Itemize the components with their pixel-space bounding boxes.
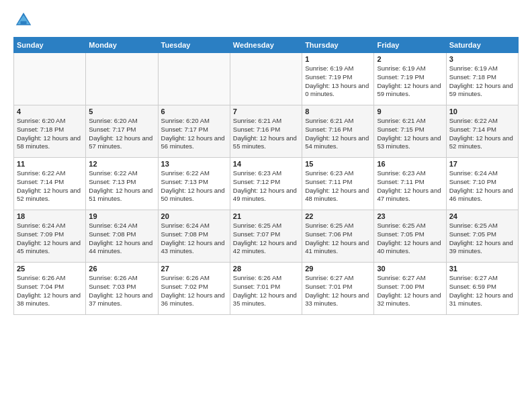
day-number: 18 <box>17 212 83 220</box>
day-cell-26: 26Sunrise: 6:26 AMSunset: 7:03 PMDayligh… <box>86 263 158 315</box>
day-number: 14 <box>233 160 299 168</box>
day-cell-17: 17Sunrise: 6:24 AMSunset: 7:10 PMDayligh… <box>446 158 518 210</box>
day-number: 22 <box>305 212 371 220</box>
day-info: Sunrise: 6:20 AMSunset: 7:17 PMDaylight:… <box>89 117 154 151</box>
day-of-week-wednesday: Wednesday <box>230 38 302 53</box>
day-cell-14: 14Sunrise: 6:23 AMSunset: 7:12 PMDayligh… <box>230 158 302 210</box>
day-cell-9: 9Sunrise: 6:21 AMSunset: 7:15 PMDaylight… <box>374 105 446 158</box>
day-cell-11: 11Sunrise: 6:22 AMSunset: 7:14 PMDayligh… <box>14 158 86 210</box>
empty-cell <box>14 53 86 105</box>
day-cell-3: 3Sunrise: 6:19 AMSunset: 7:18 PMDaylight… <box>446 53 518 105</box>
day-info: Sunrise: 6:24 AMSunset: 7:08 PMDaylight:… <box>89 222 154 256</box>
header <box>13 10 519 30</box>
day-cell-27: 27Sunrise: 6:26 AMSunset: 7:02 PMDayligh… <box>158 263 230 315</box>
day-number: 13 <box>161 160 227 168</box>
day-info: Sunrise: 6:25 AMSunset: 7:06 PMDaylight:… <box>305 222 371 256</box>
day-info: Sunrise: 6:23 AMSunset: 7:12 PMDaylight:… <box>233 169 299 203</box>
day-info: Sunrise: 6:20 AMSunset: 7:17 PMDaylight:… <box>161 117 227 151</box>
day-cell-5: 5Sunrise: 6:20 AMSunset: 7:17 PMDaylight… <box>86 105 158 158</box>
day-cell-31: 31Sunrise: 6:27 AMSunset: 6:59 PMDayligh… <box>446 263 518 315</box>
day-cell-16: 16Sunrise: 6:23 AMSunset: 7:11 PMDayligh… <box>374 158 446 210</box>
day-info: Sunrise: 6:23 AMSunset: 7:11 PMDaylight:… <box>377 169 443 203</box>
day-number: 29 <box>305 265 371 273</box>
day-info: Sunrise: 6:25 AMSunset: 7:05 PMDaylight:… <box>449 222 515 256</box>
day-cell-24: 24Sunrise: 6:25 AMSunset: 7:05 PMDayligh… <box>446 210 518 263</box>
day-number: 4 <box>17 107 83 116</box>
day-cell-29: 29Sunrise: 6:27 AMSunset: 7:01 PMDayligh… <box>302 263 374 315</box>
day-number: 2 <box>377 55 443 63</box>
empty-cell <box>158 53 230 105</box>
day-cell-6: 6Sunrise: 6:20 AMSunset: 7:17 PMDaylight… <box>158 105 230 158</box>
day-cell-7: 7Sunrise: 6:21 AMSunset: 7:16 PMDaylight… <box>230 105 302 158</box>
day-info: Sunrise: 6:22 AMSunset: 7:14 PMDaylight:… <box>449 117 515 151</box>
day-number: 6 <box>161 107 227 116</box>
empty-cell <box>230 53 302 105</box>
day-cell-28: 28Sunrise: 6:26 AMSunset: 7:01 PMDayligh… <box>230 263 302 315</box>
day-info: Sunrise: 6:24 AMSunset: 7:08 PMDaylight:… <box>161 222 227 256</box>
day-info: Sunrise: 6:24 AMSunset: 7:10 PMDaylight:… <box>449 169 515 203</box>
day-number: 12 <box>89 160 154 168</box>
day-cell-18: 18Sunrise: 6:24 AMSunset: 7:09 PMDayligh… <box>14 210 86 263</box>
day-number: 23 <box>377 212 443 220</box>
day-number: 30 <box>377 265 443 273</box>
calendar: SundayMondayTuesdayWednesdayThursdayFrid… <box>13 37 519 315</box>
day-info: Sunrise: 6:19 AMSunset: 7:19 PMDaylight:… <box>305 64 371 99</box>
day-of-week-tuesday: Tuesday <box>158 38 230 53</box>
day-cell-30: 30Sunrise: 6:27 AMSunset: 7:00 PMDayligh… <box>374 263 446 315</box>
day-of-week-saturday: Saturday <box>446 38 518 53</box>
day-info: Sunrise: 6:21 AMSunset: 7:16 PMDaylight:… <box>305 117 371 151</box>
day-cell-13: 13Sunrise: 6:22 AMSunset: 7:13 PMDayligh… <box>158 158 230 210</box>
day-number: 9 <box>377 107 443 116</box>
day-info: Sunrise: 6:22 AMSunset: 7:13 PMDaylight:… <box>89 169 154 203</box>
svg-rect-2 <box>21 21 27 25</box>
week-row-4: 18Sunrise: 6:24 AMSunset: 7:09 PMDayligh… <box>14 210 519 263</box>
day-cell-1: 1Sunrise: 6:19 AMSunset: 7:19 PMDaylight… <box>302 53 374 105</box>
day-number: 3 <box>449 55 515 63</box>
day-number: 31 <box>449 265 515 273</box>
day-info: Sunrise: 6:19 AMSunset: 7:18 PMDaylight:… <box>449 64 515 99</box>
day-number: 1 <box>305 55 371 63</box>
day-number: 21 <box>233 212 299 220</box>
day-info: Sunrise: 6:21 AMSunset: 7:15 PMDaylight:… <box>377 117 443 151</box>
day-number: 24 <box>449 212 515 220</box>
day-info: Sunrise: 6:25 AMSunset: 7:07 PMDaylight:… <box>233 222 299 256</box>
day-number: 19 <box>89 212 154 220</box>
week-row-5: 25Sunrise: 6:26 AMSunset: 7:04 PMDayligh… <box>14 263 519 315</box>
day-number: 27 <box>161 265 227 273</box>
day-of-week-monday: Monday <box>86 38 158 53</box>
day-cell-20: 20Sunrise: 6:24 AMSunset: 7:08 PMDayligh… <box>158 210 230 263</box>
day-cell-22: 22Sunrise: 6:25 AMSunset: 7:06 PMDayligh… <box>302 210 374 263</box>
day-info: Sunrise: 6:24 AMSunset: 7:09 PMDaylight:… <box>17 222 83 256</box>
empty-cell <box>86 53 158 105</box>
page: SundayMondayTuesdayWednesdayThursdayFrid… <box>0 0 532 411</box>
day-info: Sunrise: 6:27 AMSunset: 7:00 PMDaylight:… <box>377 274 443 308</box>
day-info: Sunrise: 6:26 AMSunset: 7:03 PMDaylight:… <box>89 274 154 308</box>
day-cell-12: 12Sunrise: 6:22 AMSunset: 7:13 PMDayligh… <box>86 158 158 210</box>
day-cell-23: 23Sunrise: 6:25 AMSunset: 7:05 PMDayligh… <box>374 210 446 263</box>
day-of-week-thursday: Thursday <box>302 38 374 53</box>
day-number: 7 <box>233 107 299 116</box>
week-row-3: 11Sunrise: 6:22 AMSunset: 7:14 PMDayligh… <box>14 158 519 210</box>
header-row: SundayMondayTuesdayWednesdayThursdayFrid… <box>14 38 519 53</box>
day-number: 10 <box>449 107 515 116</box>
day-info: Sunrise: 6:22 AMSunset: 7:14 PMDaylight:… <box>17 169 83 203</box>
day-cell-10: 10Sunrise: 6:22 AMSunset: 7:14 PMDayligh… <box>446 105 518 158</box>
logo <box>13 10 36 30</box>
day-cell-2: 2Sunrise: 6:19 AMSunset: 7:19 PMDaylight… <box>374 53 446 105</box>
day-info: Sunrise: 6:19 AMSunset: 7:19 PMDaylight:… <box>377 64 443 99</box>
day-cell-15: 15Sunrise: 6:23 AMSunset: 7:11 PMDayligh… <box>302 158 374 210</box>
day-number: 25 <box>17 265 83 273</box>
day-number: 20 <box>161 212 227 220</box>
day-of-week-sunday: Sunday <box>14 38 86 53</box>
day-cell-21: 21Sunrise: 6:25 AMSunset: 7:07 PMDayligh… <box>230 210 302 263</box>
day-info: Sunrise: 6:26 AMSunset: 7:04 PMDaylight:… <box>17 274 83 308</box>
day-cell-19: 19Sunrise: 6:24 AMSunset: 7:08 PMDayligh… <box>86 210 158 263</box>
day-of-week-friday: Friday <box>374 38 446 53</box>
day-cell-4: 4Sunrise: 6:20 AMSunset: 7:18 PMDaylight… <box>14 105 86 158</box>
week-row-1: 1Sunrise: 6:19 AMSunset: 7:19 PMDaylight… <box>14 53 519 105</box>
logo-icon <box>13 10 34 30</box>
day-info: Sunrise: 6:26 AMSunset: 7:01 PMDaylight:… <box>233 274 299 308</box>
day-info: Sunrise: 6:25 AMSunset: 7:05 PMDaylight:… <box>377 222 443 256</box>
day-cell-8: 8Sunrise: 6:21 AMSunset: 7:16 PMDaylight… <box>302 105 374 158</box>
day-number: 16 <box>377 160 443 168</box>
